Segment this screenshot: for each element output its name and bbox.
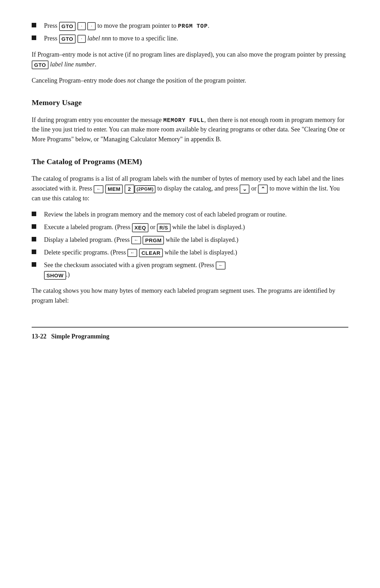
catalog-bullet-2: Execute a labeled program. (Press XEQ or… [32,222,348,232]
key-down: ⌄ [240,185,249,194]
heading-memory-usage: Memory Usage [32,97,348,109]
page-footer: 13-22 Simple Programming [32,327,348,342]
catalog-bullet-5: See the checksum associated with a given… [32,260,348,280]
catalog-bullet-content-3: Display a labeled program. (Press ← PRGM… [44,235,348,245]
footer-title: Simple Programming [51,333,109,340]
key-gto-3: GTO [32,60,49,70]
paragraph-2: Canceling Program–entry mode does not ch… [32,76,348,86]
catalog-bullet-content-1: Review the labels in program memory and … [44,210,348,220]
key-clear: CLEAR [139,248,163,258]
bullet-square-c3 [32,237,36,241]
bullet-square-1 [32,23,36,27]
catalog-bullet-content-5: See the checksum associated with a given… [44,260,348,280]
key-gto-1: GTO [59,22,76,31]
key-xeq: XEQ [132,223,148,232]
paragraph-memory-usage: If during program entry you encounter th… [32,115,348,145]
catalog-bullet-content-2: Execute a labeled program. (Press XEQ or… [44,222,348,232]
bullet-content-1: Press GTO · · to move the program pointe… [44,21,348,31]
mono-prgm-top: PRGM TOP [178,23,208,30]
bullet-content-2: Press GTO · label nnn to move to a speci… [44,34,348,44]
key-2: 2 [125,185,134,194]
catalog-bullet-3: Display a labeled program. (Press ← PRGM… [32,235,348,245]
bullet-square-c2 [32,224,36,229]
key-dot-1: · [77,22,86,30]
page-number: 13-22 [32,333,46,340]
key-show: SHOW [44,271,66,280]
key-shift-left: ← [94,185,103,193]
bullet-square-c1 [32,212,36,216]
mono-memory-full: MEMORY FULL [163,117,204,124]
bullet-square-2 [32,35,36,40]
bullet-item-1: Press GTO · · to move the program pointe… [32,21,348,31]
key-dot-2: · [87,22,96,30]
top-bullet-list: Press GTO · · to move the program pointe… [32,21,348,44]
bullet-square-c4 [32,250,36,254]
heading-catalog: The Catalog of Programs (MEM) [32,156,348,168]
key-shift-left-2: ← [131,236,141,244]
key-shift-left-4: ← [216,261,226,270]
key-up: ⌃ [258,185,268,194]
key-shift-left-3: ← [127,249,137,257]
key-gto-2: GTO [59,34,76,44]
key-mem: MEM [105,185,123,194]
bullet-item-2: Press GTO · label nnn to move to a speci… [32,34,348,44]
paragraph-1: If Program–entry mode is not active (if … [32,50,348,70]
key-dot-3: · [77,35,86,43]
key-rs: R/S [157,224,171,232]
text-label-line-number: label line number [50,61,95,68]
catalog-bullet-1: Review the labels in program memory and … [32,210,348,220]
catalog-bullet-content-4: Delete specific programs. (Press ← CLEAR… [44,248,348,258]
text-not: not [127,77,135,84]
paragraph-catalog-footer: The catalog shows you how many bytes of … [32,286,348,306]
catalog-bullet-list: Review the labels in program memory and … [32,210,348,280]
text-label-nnn: label nnn [87,35,111,42]
paragraph-catalog-intro: The catalog of programs is a list of all… [32,174,348,203]
bullet-square-c5 [32,262,36,267]
key-2pgm: (2PGM) [134,185,156,193]
catalog-bullet-4: Delete specific programs. (Press ← CLEAR… [32,248,348,258]
key-prgm: PRGM [142,236,164,245]
